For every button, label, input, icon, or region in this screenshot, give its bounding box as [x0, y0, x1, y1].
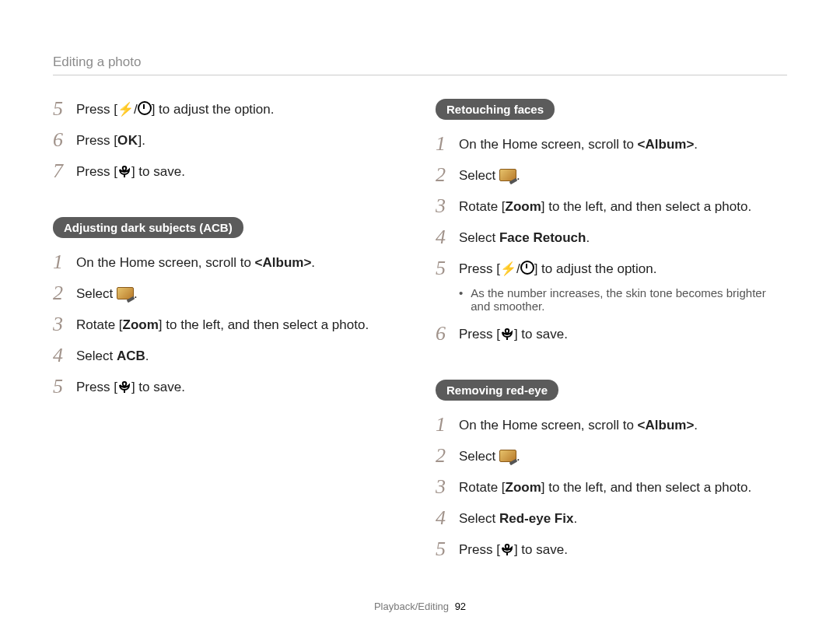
section-pill-acb: Adjusting dark subjects (ACB): [53, 217, 243, 238]
footer-section: Playback/Editing: [374, 601, 449, 612]
step-text: Select ACB.: [76, 345, 149, 366]
text: Press [: [76, 164, 117, 179]
step-number: 5: [436, 539, 459, 559]
step-text: Press [] to save.: [459, 539, 568, 562]
step: 5 Press [] to save.: [436, 539, 787, 562]
text: ] to the left, and then select a photo.: [541, 199, 751, 214]
step: 6 Press [OK].: [53, 130, 404, 150]
bold-text: Zoom: [506, 199, 541, 214]
step-text: Press [OK].: [76, 130, 145, 150]
page-title: Editing a photo: [53, 54, 787, 75]
left-column: 5 Press [⚡/] to adjust the option. 6 Pre…: [53, 99, 404, 573]
step-number: 2: [436, 446, 459, 466]
step-number: 3: [436, 477, 459, 497]
text: Rotate [: [459, 199, 506, 214]
text: ].: [138, 133, 145, 148]
text: Select: [459, 168, 499, 183]
step-number: 4: [53, 345, 76, 366]
step-text: Press [] to save.: [76, 161, 185, 184]
bullet-icon: •: [459, 286, 463, 313]
step-text: On the Home screen, scroll to <Album>.: [459, 134, 698, 154]
text: /: [134, 102, 138, 117]
step: 1 On the Home screen, scroll to <Album>.: [53, 252, 404, 272]
step: 2 Select .: [53, 283, 404, 303]
step-text: Select Red-eye Fix.: [459, 508, 577, 528]
bold-text: Red-eye Fix: [499, 511, 573, 526]
step: 4 Select Face Retouch.: [436, 227, 787, 247]
text: On the Home screen, scroll to: [459, 137, 638, 152]
step-number: 1: [436, 415, 459, 435]
step-number: 2: [436, 165, 459, 185]
step: 3 Rotate [Zoom] to the left, and then se…: [436, 477, 787, 497]
text: Rotate [: [459, 480, 506, 495]
text: /: [516, 261, 520, 276]
note-text: As the number increases, the skin tone b…: [471, 286, 787, 313]
step-text: Press [⚡/] to adjust the option.: [459, 258, 656, 278]
text: .: [311, 255, 315, 270]
step-number: 6: [436, 324, 459, 344]
text: ] to save.: [131, 380, 185, 394]
text: Press [: [459, 542, 500, 557]
text: ] to adjust the option.: [152, 102, 275, 117]
step-number: 2: [53, 283, 76, 303]
bold-text: Zoom: [123, 317, 159, 332]
content-columns: 5 Press [⚡/] to adjust the option. 6 Pre…: [53, 99, 787, 573]
text: ] to the left, and then select a photo.: [159, 317, 369, 332]
step: 3 Rotate [Zoom] to the left, and then se…: [53, 314, 404, 335]
step: 1 On the Home screen, scroll to <Album>.: [436, 415, 787, 435]
step-number: 3: [436, 196, 459, 216]
text: ] to save.: [514, 327, 568, 342]
step-number: 3: [53, 314, 76, 335]
bold-text: <Album>: [638, 137, 695, 152]
step: 3 Rotate [Zoom] to the left, and then se…: [436, 196, 787, 216]
right-column: Retouching faces 1 On the Home screen, s…: [436, 99, 787, 573]
step-text: Press [⚡/] to adjust the option.: [76, 99, 274, 119]
edit-icon: [117, 287, 134, 299]
edit-icon: [499, 169, 516, 181]
text: On the Home screen, scroll to: [459, 418, 638, 433]
timer-icon: [520, 261, 534, 275]
step-number: 7: [53, 161, 76, 181]
step: 2 Select .: [436, 446, 787, 466]
text: Select: [76, 286, 117, 301]
macro-icon: [117, 165, 131, 184]
text: .: [573, 511, 577, 526]
text: .: [694, 418, 698, 433]
section-pill-retouch: Retouching faces: [436, 99, 555, 120]
text: Press [: [459, 261, 500, 276]
step-text: On the Home screen, scroll to <Album>.: [76, 252, 315, 272]
step-text: On the Home screen, scroll to <Album>.: [459, 415, 698, 435]
step-number: 1: [53, 252, 76, 272]
step-number: 6: [53, 130, 76, 150]
text: .: [694, 137, 698, 152]
step-text: Select .: [459, 165, 520, 185]
step-text: Rotate [Zoom] to the left, and then sele…: [76, 314, 369, 335]
step-text: Rotate [Zoom] to the left, and then sele…: [459, 477, 751, 497]
step-text: Press [] to save.: [459, 324, 568, 347]
text: ] to adjust the option.: [534, 261, 657, 276]
step: 5 Press [⚡/] to adjust the option.: [436, 258, 787, 278]
text: Select: [459, 511, 499, 526]
step-number: 1: [436, 134, 459, 154]
step: 1 On the Home screen, scroll to <Album>.: [436, 134, 787, 154]
step-number: 5: [53, 99, 76, 119]
page: Editing a photo 5 Press [⚡/] to adjust t…: [0, 0, 840, 573]
bold-text: Face Retouch: [499, 230, 586, 245]
text: Rotate [: [76, 317, 123, 332]
step-number: 4: [436, 227, 459, 247]
step-number: 5: [53, 377, 76, 397]
footer: Playback/Editing 92: [0, 601, 840, 612]
text: .: [145, 349, 149, 363]
step-number: 5: [436, 258, 459, 278]
text: Press [: [76, 380, 117, 394]
step-number: 4: [436, 508, 459, 528]
section-pill-redeye: Removing red-eye: [436, 380, 558, 401]
step-text: Press [] to save.: [76, 377, 185, 400]
text: On the Home screen, scroll to: [76, 255, 255, 270]
step-text: Select .: [76, 283, 138, 303]
step: 7 Press [] to save.: [53, 161, 404, 184]
step: 6 Press [] to save.: [436, 324, 787, 347]
macro-icon: [500, 328, 514, 347]
text: Select: [76, 349, 117, 363]
text: .: [586, 230, 590, 245]
